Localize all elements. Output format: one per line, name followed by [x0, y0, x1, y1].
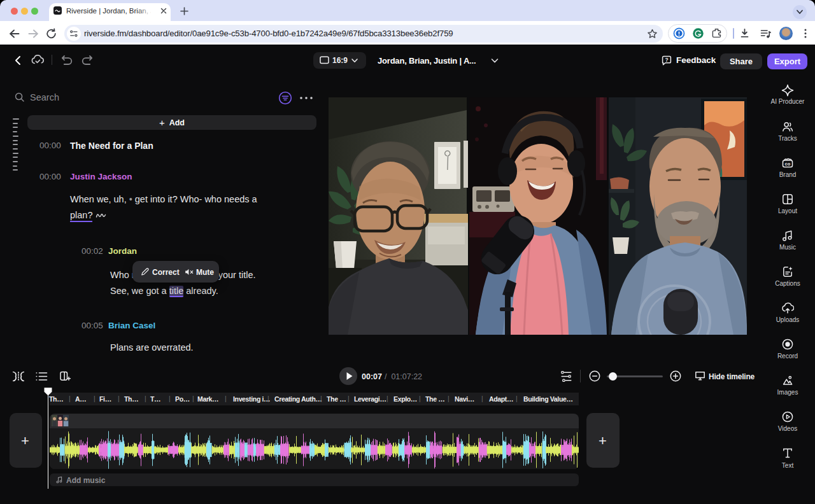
svg-text:co: co: [785, 161, 791, 167]
svg-text:?: ?: [665, 57, 668, 63]
